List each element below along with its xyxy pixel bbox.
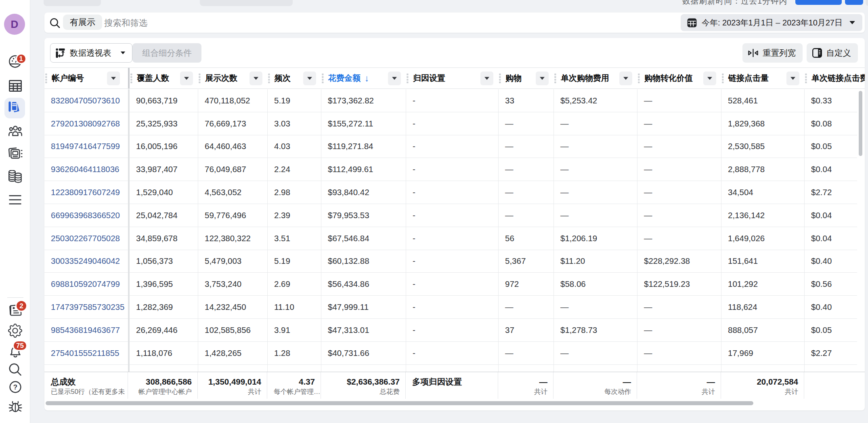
column-menu-button[interactable] [107, 72, 120, 85]
cut-secondary-button[interactable] [845, 0, 863, 5]
column-header-purchases[interactable]: 购物 [498, 68, 554, 88]
breakdown-button[interactable]: 组合细分条件 [132, 43, 201, 63]
sidebar-item-help[interactable]: ? [0, 381, 30, 393]
column-menu-caret-icon [307, 77, 312, 80]
filter-chip-label: 有展示 [70, 17, 95, 28]
cell-attribution: - [406, 158, 498, 181]
column-menu-button[interactable] [619, 72, 632, 85]
column-header-cost_per_purchase[interactable]: 单次购物费用 [554, 68, 637, 88]
cell-purchases: — [498, 158, 554, 181]
cell-link_clicks: 1,829,368 [721, 112, 804, 135]
cell-account_id[interactable]: 832804705073610 [44, 89, 128, 112]
cell-account_id[interactable]: 936260464118036 [44, 158, 128, 181]
vertical-scrollbar-thumb[interactable] [859, 91, 862, 156]
cell-value: 275401555211855 [51, 348, 120, 358]
cell-account_id[interactable]: 250302267705028 [44, 227, 128, 250]
cell-account_id[interactable]: 300335249046042 [44, 250, 128, 273]
cell-spend: $67,546.84 [321, 227, 406, 250]
sidebar-item-campaigns[interactable] [0, 80, 30, 92]
column-menu-button[interactable] [249, 72, 262, 85]
column-menu-caret-icon [790, 77, 796, 80]
sidebar-item-bug-report[interactable] [0, 400, 30, 413]
chevron-down-icon [849, 21, 855, 24]
column-header-reach[interactable]: 覆盖人数 [130, 68, 198, 88]
column-header-attribution[interactable]: 归因设置 [406, 68, 498, 88]
cell-account_id[interactable]: 1747397585730235 [44, 296, 128, 319]
column-header-spend[interactable]: 花费金额↓ [321, 68, 406, 88]
cell-value: $56,434.86 [328, 279, 369, 289]
sidebar-item-settings[interactable] [0, 324, 30, 338]
cell-value: 101,292 [728, 279, 758, 289]
horizontal-scrollbar-thumb[interactable] [46, 401, 753, 405]
column-menu-button[interactable] [388, 72, 401, 85]
column-header-frequency[interactable]: 频次 [267, 68, 321, 88]
customize-button[interactable]: 自定义 [807, 43, 858, 63]
column-header-cost_per_click[interactable]: 单次链接点击费用 [804, 68, 865, 88]
cell-cost_per_purchase: — [554, 181, 637, 204]
cell-value: 1,829,368 [728, 119, 765, 128]
sidebar-item-ads-library[interactable] [0, 147, 30, 160]
drag-handle-icon [407, 74, 409, 84]
menu-icon [9, 195, 21, 205]
cut-tab-3[interactable] [866, 0, 868, 6]
search-input[interactable]: 搜索和筛选 [104, 13, 148, 33]
filter-chip[interactable]: 有展示 [63, 15, 102, 30]
reset-columns-label: 重置列宽 [763, 47, 796, 59]
cell-account_id[interactable]: 698810592074799 [44, 273, 128, 296]
sidebar-item-search[interactable] [0, 363, 30, 376]
column-menu-button[interactable] [536, 72, 549, 85]
date-range-picker[interactable]: 今年: 2023年1月1日 – 2023年10月27日 [681, 14, 862, 31]
column-header-account_id[interactable]: 帐户编号 [44, 68, 128, 88]
reset-column-width-button[interactable]: 重置列宽 [742, 43, 803, 63]
pivot-table-dropdown[interactable]: 数据透视表 [50, 43, 132, 63]
column-label: 频次 [275, 73, 291, 84]
cell-link_clicks: 2,888,778 [721, 158, 804, 181]
cell-account_id[interactable]: 669963968366520 [44, 204, 128, 227]
cut-tab-1[interactable] [44, 0, 101, 6]
column-header-link_clicks[interactable]: 链接点击量 [721, 68, 804, 88]
cell-clipped [804, 365, 857, 372]
cell-value: $0.40 [811, 256, 832, 266]
column-header-impressions[interactable]: 展示次数 [198, 68, 267, 88]
cell-spend: $47,313.01 [321, 319, 406, 342]
cell-link_clicks: 151,641 [721, 250, 804, 273]
column-menu-button[interactable] [303, 72, 316, 85]
sidebar-item-audiences[interactable] [0, 125, 30, 137]
updates-badge: 2 [15, 300, 27, 312]
cell-reach: 90,663,719 [130, 89, 198, 112]
sidebar-item-billing[interactable] [0, 170, 30, 183]
cell-account_id[interactable]: 279201308092768 [44, 112, 128, 135]
chevron-down-icon [120, 51, 126, 55]
cell-frequency: 2.24 [267, 158, 321, 181]
cell-value: 34,859,678 [136, 234, 178, 243]
cell-spend: $47,999.11 [321, 296, 406, 319]
column-menu-button[interactable] [703, 72, 716, 85]
table-header-row: 帐户编号覆盖人数展示次数频次花费金额↓归因设置购物单次购物费用购物转化价值链接点… [44, 67, 865, 89]
cell-value: - [413, 279, 415, 289]
cell-value: $119,271.84 [328, 141, 373, 151]
cell-account_id[interactable]: 275401555211855 [44, 342, 128, 365]
cell-account_id[interactable]: 985436819463677 [44, 319, 128, 342]
cut-primary-button[interactable] [795, 0, 842, 5]
cell-account_id[interactable]: 819497416477599 [44, 135, 128, 158]
cell-value: 122380917607249 [51, 187, 120, 197]
cell-impressions: 122,380,322 [198, 227, 267, 250]
search-filter-bar[interactable]: 有展示 搜索和筛选 今年: 2023年1月1日 – 2023年10月27日 [44, 13, 865, 33]
avatar[interactable]: D [4, 14, 25, 35]
column-menu-button[interactable] [786, 72, 799, 85]
cut-tab-2[interactable] [200, 0, 293, 6]
column-label: 购物 [505, 73, 522, 84]
cell-value: - [413, 210, 415, 220]
column-header-purchase_value[interactable]: 购物转化价值 [637, 68, 721, 88]
table-summary-row: 总成效已显示50行（还有更多未308,866,586帐户管理中心帐户1,350,… [44, 372, 865, 399]
cell-cost_per_click: $0.05 [804, 319, 857, 342]
sidebar-item-all-tools[interactable] [0, 195, 30, 205]
cell-cost_per_purchase: — [554, 296, 637, 319]
cell-account_id[interactable]: 122380917607249 [44, 181, 128, 204]
sidebar-item-ads-reporting[interactable] [4, 98, 25, 118]
cell-spend: $40,731.66 [321, 342, 406, 365]
cell-attribution: - [406, 112, 498, 135]
column-menu-button[interactable] [480, 72, 493, 85]
cell-reach: 1,529,040 [130, 181, 198, 204]
column-menu-button[interactable] [180, 72, 193, 85]
